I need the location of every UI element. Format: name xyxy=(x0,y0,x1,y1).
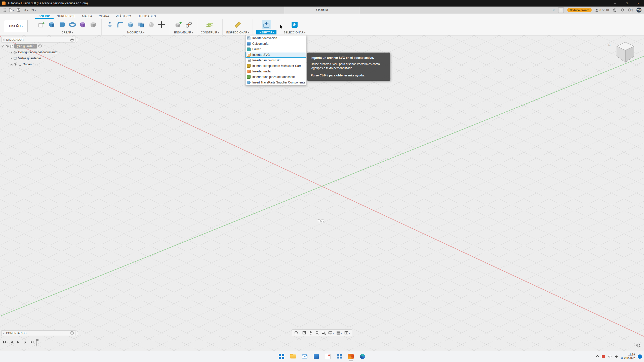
go-to-start-button[interactable] xyxy=(3,340,7,344)
group-label-ensamblar[interactable]: ENSAMBLAR xyxy=(174,30,193,34)
mail-app-button[interactable] xyxy=(300,351,310,361)
measure-icon[interactable] xyxy=(233,20,243,29)
go-to-end-button[interactable] xyxy=(30,340,34,344)
menu-item-traceparts[interactable]: Insert TraceParts Supplier Components xyxy=(246,80,306,85)
pan-hand-button[interactable] xyxy=(308,330,314,336)
tab-solido[interactable]: SÓLIDO xyxy=(35,14,54,19)
edge-browser-button[interactable] xyxy=(357,351,368,361)
group-label-inspeccionar[interactable]: INSPECCIONAR xyxy=(226,30,249,34)
modeling-canvas[interactable] xyxy=(0,35,644,351)
menu-item-insert-mesh[interactable]: Insertar malla xyxy=(246,69,306,74)
maximize-button[interactable] xyxy=(621,0,632,7)
app-white-button[interactable] xyxy=(323,351,333,361)
menu-item-canvas[interactable]: Lienzo xyxy=(246,47,306,52)
fillet-icon[interactable] xyxy=(115,20,125,29)
tab-superficie[interactable]: SUPERFICIE xyxy=(54,14,79,19)
tab-utilidades[interactable]: UTILIDADES xyxy=(134,14,159,19)
orbit-tool-button[interactable] xyxy=(293,330,301,336)
activate-component-icon[interactable] xyxy=(38,44,42,48)
menu-item-insert-derive[interactable]: Insertar derivación xyxy=(246,35,306,41)
filter-icon[interactable] xyxy=(1,45,4,48)
zoom-window-button[interactable] xyxy=(321,330,327,336)
document-root-node[interactable]: (Sin guardar) xyxy=(14,44,37,49)
revolve-icon[interactable] xyxy=(57,20,67,29)
play-button[interactable] xyxy=(16,340,21,344)
new-tab-button[interactable] xyxy=(558,7,564,13)
primitive-box-icon[interactable] xyxy=(88,20,98,29)
new-component-icon[interactable] xyxy=(174,20,183,29)
tab-chapa[interactable]: CHAPA xyxy=(96,14,112,19)
start-button[interactable] xyxy=(276,351,287,361)
close-button[interactable] xyxy=(632,0,644,7)
combine-icon[interactable] xyxy=(136,20,146,29)
viewports-button[interactable] xyxy=(343,330,351,336)
expand-caret-icon[interactable] xyxy=(11,51,12,53)
tree-row-saved-views[interactable]: Vistas guardadas xyxy=(1,55,77,61)
kebab-menu-icon[interactable] xyxy=(301,53,304,57)
menu-item-decal[interactable]: Calcomanía xyxy=(246,41,306,47)
group-label-crear[interactable]: CREAR xyxy=(62,30,73,34)
workspace-selector[interactable]: DISEÑO xyxy=(4,20,28,32)
press-pull-icon[interactable] xyxy=(105,20,115,29)
create-sketch-icon[interactable] xyxy=(37,20,46,29)
collapse-panel-icon[interactable] xyxy=(3,332,5,335)
joint-icon[interactable] xyxy=(184,20,193,29)
app-grid-icon[interactable] xyxy=(3,8,6,12)
select-icon[interactable] xyxy=(290,20,299,29)
app-grid-blue-button[interactable] xyxy=(334,351,344,361)
file-explorer-button[interactable] xyxy=(288,351,298,361)
document-tab[interactable]: Sin título xyxy=(284,7,360,14)
display-settings-button[interactable] xyxy=(327,330,335,336)
insert-icon[interactable] xyxy=(262,20,271,29)
notifications-bell-icon[interactable] xyxy=(620,8,625,12)
tree-row-doc-settings[interactable]: Configuración del documento xyxy=(1,49,77,55)
taskbar-clock[interactable]: 11:19 30/10/2022 xyxy=(621,353,635,360)
step-back-button[interactable] xyxy=(9,340,14,344)
usage-counter[interactable]: 8 de 10 xyxy=(595,9,609,12)
construction-plane-icon[interactable] xyxy=(205,20,215,29)
hidden-icons-chevron[interactable] xyxy=(596,355,599,358)
group-label-seleccionar[interactable]: SELECCIONAR xyxy=(284,30,305,34)
tree-row-origin[interactable]: Origen xyxy=(1,61,77,67)
notification-count-badge[interactable] xyxy=(638,354,642,359)
job-status-icon[interactable] xyxy=(612,8,617,12)
menu-item-insert-dxf[interactable]: Insertar archivos DXF xyxy=(246,58,306,63)
origin-marker[interactable] xyxy=(318,219,324,222)
file-menu-button[interactable] xyxy=(9,8,14,12)
panel-options-icon[interactable] xyxy=(70,331,74,335)
gear-icon[interactable] xyxy=(636,343,640,348)
sweep-torus-icon[interactable] xyxy=(68,20,77,29)
group-label-construir[interactable]: CONSTRUIR xyxy=(201,30,219,34)
expand-caret-icon[interactable] xyxy=(11,57,12,59)
navigator-header[interactable]: NAVEGADOR xyxy=(1,37,75,42)
close-tab-icon[interactable] xyxy=(552,8,554,12)
move-copy-icon[interactable] xyxy=(157,20,166,29)
group-label-modificar[interactable]: MODIFICAR xyxy=(127,30,144,34)
panel-options-icon[interactable] xyxy=(70,38,74,41)
step-forward-button[interactable] xyxy=(23,340,27,344)
minimize-button[interactable] xyxy=(609,0,621,7)
volume-icon[interactable] xyxy=(615,355,618,358)
menu-item-insert-svg[interactable]: Insertar SVG xyxy=(246,52,306,58)
visibility-eye-icon[interactable] xyxy=(6,45,9,48)
menu-item-mcmaster[interactable]: Insertar componente McMaster-Carr xyxy=(246,63,306,69)
help-icon[interactable] xyxy=(628,8,633,12)
undo-button[interactable] xyxy=(23,8,28,12)
timeline-position-marker[interactable] xyxy=(35,338,39,346)
tree-row-root[interactable]: (Sin guardar) xyxy=(1,43,77,49)
viewcube[interactable] xyxy=(614,40,637,64)
tray-app-icon[interactable] xyxy=(601,355,605,358)
home-view-icon[interactable] xyxy=(608,42,611,47)
tab-malla[interactable]: MALLA xyxy=(79,14,95,19)
avatar[interactable]: VM xyxy=(636,8,641,13)
app-blue-cube-button[interactable] xyxy=(311,351,321,361)
expand-caret-icon[interactable] xyxy=(11,63,12,65)
fusion-360-taskbar-button[interactable] xyxy=(346,351,356,361)
license-expiry-badge[interactable]: Caduca pronto xyxy=(567,8,592,12)
visibility-eye-icon[interactable] xyxy=(14,63,17,66)
look-at-button[interactable] xyxy=(301,330,307,336)
tab-plastico[interactable]: PLÁSTICO xyxy=(112,14,134,19)
menu-item-manufacturer-part[interactable]: Insertar una pieza de fabricante xyxy=(246,74,306,80)
collapse-panel-icon[interactable] xyxy=(3,38,5,41)
grid-settings-button[interactable] xyxy=(335,330,343,336)
